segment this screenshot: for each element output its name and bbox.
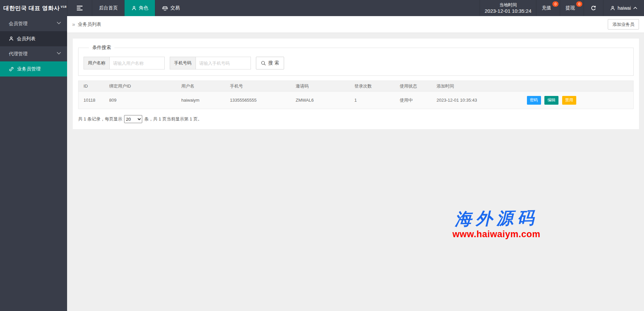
chevron-down-icon [57, 52, 61, 55]
top-navbar: 대한민국 대표 영화사 V18 后台首页 角色 交易 当地时间 2023-12-… [0, 0, 644, 16]
search-row: 用户名称 手机号码 搜 索 [84, 57, 628, 69]
withdraw-badge: 0 [576, 1, 582, 7]
main-content: » 业务员列表 添加业务员 条件搜索 用户名称 手机号码 搜 索 [67, 16, 644, 311]
pagination-suffix: 条，共 1 页当前显示第 1 页。 [144, 116, 202, 122]
sidebar-item-salesman-management[interactable]: 业务员管理 [0, 61, 67, 76]
local-time-value: 2023-12-01 10:35:24 [485, 8, 531, 14]
app-logo: 대한민국 대표 영화사 V18 [0, 0, 67, 16]
sidebar-item-label: 会员列表 [17, 36, 36, 42]
cell-bind-user-id: 809 [104, 92, 176, 109]
header-created-at: 添加时间 [432, 81, 522, 92]
header-login-count: 登录次数 [350, 81, 395, 92]
sidebar-item-label: 会员管理 [9, 21, 28, 27]
sidebar-item-label: 代理管理 [9, 51, 28, 57]
withdraw-button[interactable]: 提现 0 [560, 0, 584, 16]
page-size-select[interactable]: 20 [124, 115, 142, 123]
phone-input-group: 手机号码 [170, 57, 251, 69]
app-logo-text: 대한민국 대표 영화사 [3, 4, 60, 12]
chevron-up-icon [633, 7, 637, 9]
person-icon [131, 6, 137, 11]
cell-actions: 密码 编辑 禁用 [522, 92, 634, 109]
nav-item-role[interactable]: 角色 [124, 0, 155, 16]
breadcrumb: 业务员列表 [78, 21, 101, 28]
table-row: 10118 809 haiwaiym 13355565555 ZMWAL6 1 … [78, 92, 634, 109]
app-logo-version: V18 [61, 5, 67, 8]
search-button-label: 搜 索 [268, 60, 279, 66]
user-name: haiwai [618, 5, 631, 11]
username-label: 用户名称 [84, 57, 109, 69]
salesman-list-card: 条件搜索 用户名称 手机号码 搜 索 [73, 39, 639, 129]
recharge-label: 充值 [542, 5, 551, 11]
nav-item-trade[interactable]: 交易 [155, 0, 186, 16]
phone-label: 手机号码 [170, 57, 196, 69]
status-badge: 使用中 [395, 92, 432, 109]
user-icon [610, 6, 615, 11]
header-actions [522, 81, 634, 92]
header-invite-code: 邀请码 [291, 81, 350, 92]
cell-login-count: 1 [350, 92, 395, 109]
cell-id: 10118 [78, 92, 104, 109]
withdraw-label: 提现 [566, 5, 575, 11]
breadcrumb-chevrons-icon: » [72, 21, 75, 28]
header-id: ID [78, 81, 104, 92]
pagination: 共 1 条记录，每页显示 20 条，共 1 页当前显示第 1 页。 [78, 115, 634, 123]
local-time: 当地时间 2023-12-01 10:35:24 [480, 0, 536, 16]
header-status: 使用状态 [395, 81, 432, 92]
person-icon [9, 36, 14, 41]
navbar-right: 当地时间 2023-12-01 10:35:24 充值 0 提现 0 haiwa… [480, 0, 644, 16]
table-header-row: ID 绑定用户ID 用户名 手机号 邀请码 登录次数 使用状态 添加时间 [78, 81, 634, 92]
password-button[interactable]: 密码 [527, 96, 541, 105]
nav-item-label: 后台首页 [99, 5, 118, 11]
phone-input[interactable] [196, 57, 251, 69]
cell-phone: 13355565555 [225, 92, 291, 109]
nav-item-label: 交易 [170, 5, 180, 11]
local-time-label: 当地时间 [499, 2, 517, 8]
sidebar: 会员管理 会员列表 代理管理 业务员管理 [0, 16, 67, 311]
cell-username: haiwaiym [176, 92, 225, 109]
sidebar-toggle-button[interactable] [67, 0, 92, 16]
edit-button[interactable]: 编辑 [544, 96, 558, 105]
refresh-icon [591, 5, 596, 11]
cell-created-at: 2023-12-01 10:35:43 [432, 92, 522, 109]
hamburger-icon [77, 6, 83, 10]
sidebar-item-label: 业务员管理 [17, 66, 41, 72]
search-icon [261, 61, 266, 66]
search-fieldset: 条件搜索 用户名称 手机号码 搜 索 [78, 45, 634, 76]
add-salesman-button[interactable]: 添加业务员 [608, 19, 639, 30]
pagination-prefix: 共 1 条记录，每页显示 [78, 116, 122, 122]
sidebar-item-member-management[interactable]: 会员管理 [0, 16, 67, 31]
chevron-down-icon [57, 21, 61, 24]
breadcrumb-bar: » 业务员列表 添加业务员 [67, 16, 644, 33]
sidebar-item-agent-management[interactable]: 代理管理 [0, 46, 67, 61]
salesman-table: ID 绑定用户ID 用户名 手机号 邀请码 登录次数 使用状态 添加时间 101… [78, 81, 634, 109]
disable-button[interactable]: 禁用 [562, 96, 576, 105]
nav-item-dashboard[interactable]: 后台首页 [92, 0, 124, 16]
recharge-badge: 0 [552, 1, 558, 7]
recharge-button[interactable]: 充值 0 [536, 0, 560, 16]
username-input[interactable] [109, 57, 165, 69]
sidebar-item-member-list[interactable]: 会员列表 [0, 31, 67, 46]
nav-item-label: 角色 [139, 5, 148, 11]
cell-invite-code: ZMWAL6 [291, 92, 350, 109]
refresh-button[interactable] [584, 0, 603, 16]
header-phone: 手机号 [225, 81, 291, 92]
header-username: 用户名 [176, 81, 225, 92]
scales-icon [162, 6, 168, 11]
username-input-group: 用户名称 [84, 57, 165, 69]
link-icon [9, 66, 14, 72]
search-legend: 条件搜索 [89, 45, 114, 51]
search-button[interactable]: 搜 索 [256, 57, 284, 69]
user-menu[interactable]: haiwai [603, 0, 644, 16]
header-bind-user-id: 绑定用户ID [104, 81, 176, 92]
